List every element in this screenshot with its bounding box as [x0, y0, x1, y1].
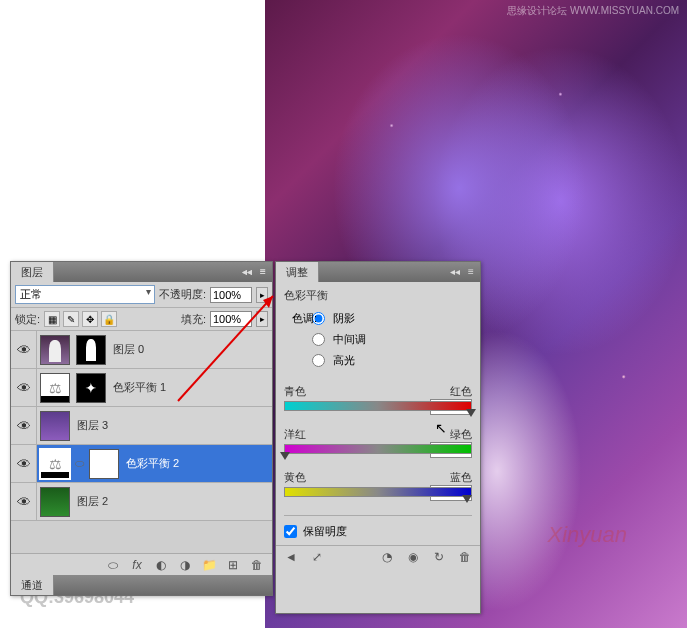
- color-balance-title: 色彩平衡: [284, 288, 472, 303]
- back-icon[interactable]: ◄: [282, 548, 300, 566]
- collapse-icon[interactable]: ◂◂: [240, 264, 254, 278]
- layer-row[interactable]: 👁 图层 0: [11, 331, 272, 369]
- adjustment-thumb[interactable]: [40, 449, 70, 479]
- mask-icon[interactable]: ◐: [152, 556, 170, 574]
- adjustment-layer-icon[interactable]: ◑: [176, 556, 194, 574]
- radio-midtones-input[interactable]: [312, 333, 325, 346]
- opacity-flyout-icon[interactable]: ▸: [256, 287, 268, 303]
- blend-opacity-row: 正常 不透明度: 100% ▸: [11, 282, 272, 308]
- layer-row[interactable]: 👁 图层 2: [11, 483, 272, 521]
- trash-icon[interactable]: 🗑: [456, 548, 474, 566]
- layer-name-label[interactable]: 色彩平衡 2: [122, 456, 179, 471]
- layer-name-label[interactable]: 图层 3: [73, 418, 108, 433]
- layer-row[interactable]: 👁 ✦ 色彩平衡 1: [11, 369, 272, 407]
- preserve-checkbox[interactable]: [284, 525, 297, 538]
- slider-magenta-green: 洋红 绿色 -100: [284, 427, 472, 458]
- adjust-tab[interactable]: 调整: [276, 262, 319, 282]
- slider-yellow-blue: 黄色 蓝色 +96: [284, 470, 472, 501]
- link-layers-icon[interactable]: ⬭: [104, 556, 122, 574]
- slider-thumb[interactable]: [280, 452, 290, 460]
- layer-row-selected[interactable]: 👁 ⬭ 色彩平衡 2: [11, 445, 272, 483]
- slider-right-label: 绿色: [450, 427, 472, 442]
- channels-panel-header[interactable]: 通道 ◂◂ ≡: [11, 575, 272, 595]
- watermark-top: 思缘设计论坛 WWW.MISSYUAN.COM: [507, 4, 679, 18]
- expand-icon[interactable]: ⤢: [308, 548, 326, 566]
- opacity-label: 不透明度:: [159, 287, 206, 302]
- slider-thumb[interactable]: [462, 495, 472, 503]
- slider-track[interactable]: [284, 487, 472, 497]
- menu-icon[interactable]: ≡: [464, 264, 478, 278]
- layer-name-label[interactable]: 图层 2: [73, 494, 108, 509]
- watermark-xinyuan: Xinyuan: [547, 522, 627, 548]
- layers-tab[interactable]: 图层: [11, 262, 54, 282]
- tone-radio-group: 阴影 中间调 高光: [312, 311, 472, 368]
- clip-icon[interactable]: ◔: [378, 548, 396, 566]
- lock-label: 锁定:: [15, 312, 40, 327]
- lock-transparent-icon[interactable]: ▦: [44, 311, 60, 327]
- slider-left-label: 青色: [284, 384, 306, 399]
- adjust-footer: ◄ ⤢ ◔ ◉ ↻ 🗑: [276, 545, 480, 567]
- layers-panel-header[interactable]: 图层 ◂◂ ≡: [11, 262, 272, 282]
- adjustment-thumb[interactable]: [40, 373, 70, 403]
- layers-footer: ⬭ fx ◐ ◑ 📁 ⊞ 🗑: [11, 553, 272, 575]
- eye-icon[interactable]: 👁: [17, 342, 31, 358]
- layer-mask-thumb[interactable]: [76, 335, 106, 365]
- fill-flyout-icon[interactable]: ▸: [256, 311, 268, 327]
- slider-right-label: 蓝色: [450, 470, 472, 485]
- slider-cyan-red: 青色 红色 +100: [284, 384, 472, 415]
- group-icon[interactable]: 📁: [200, 556, 218, 574]
- radio-highlights[interactable]: 高光: [312, 353, 472, 368]
- collapse-icon[interactable]: ◂◂: [448, 264, 462, 278]
- tone-label: 色调:: [292, 311, 317, 326]
- layer-row[interactable]: 👁 图层 3: [11, 407, 272, 445]
- menu-icon[interactable]: ≡: [256, 264, 270, 278]
- trash-icon[interactable]: 🗑: [248, 556, 266, 574]
- link-icon[interactable]: ⬭: [75, 457, 84, 470]
- channels-tab[interactable]: 通道: [11, 575, 54, 595]
- slider-left-label: 洋红: [284, 427, 306, 442]
- opacity-input[interactable]: 100%: [210, 287, 252, 303]
- fx-icon[interactable]: fx: [128, 556, 146, 574]
- layer-thumb[interactable]: [40, 411, 70, 441]
- layer-mask-thumb[interactable]: [89, 449, 119, 479]
- preserve-luminosity-row[interactable]: 保留明度: [284, 515, 472, 539]
- layers-list: 👁 图层 0 👁 ✦ 色彩平衡 1 👁 图层 3 👁 ⬭ 色彩平衡 2 👁 图层: [11, 331, 272, 553]
- eye-icon[interactable]: 👁: [17, 494, 31, 510]
- lock-paint-icon[interactable]: ✎: [63, 311, 79, 327]
- eye-icon[interactable]: 👁: [17, 418, 31, 434]
- lock-all-icon[interactable]: 🔒: [101, 311, 117, 327]
- radio-midtones[interactable]: 中间调: [312, 332, 472, 347]
- eye-icon[interactable]: 👁: [17, 456, 31, 472]
- adjust-panel-header[interactable]: 调整 ◂◂ ≡: [276, 262, 480, 282]
- radio-shadows[interactable]: 阴影: [312, 311, 472, 326]
- slider-right-label: 红色: [450, 384, 472, 399]
- new-layer-icon[interactable]: ⊞: [224, 556, 242, 574]
- blend-mode-dropdown[interactable]: 正常: [15, 285, 155, 304]
- fill-input[interactable]: 100%: [210, 311, 252, 327]
- layer-thumb[interactable]: [40, 487, 70, 517]
- fill-label: 填充:: [181, 312, 206, 327]
- adjustments-panel: 调整 ◂◂ ≡ 色彩平衡 色调: 阴影 中间调 高光 青色 红色 +100: [275, 261, 481, 614]
- view-icon[interactable]: ◉: [404, 548, 422, 566]
- eye-icon[interactable]: 👁: [17, 380, 31, 396]
- reset-icon[interactable]: ↻: [430, 548, 448, 566]
- slider-track[interactable]: [284, 401, 472, 411]
- layers-panel: 图层 ◂◂ ≡ 正常 不透明度: 100% ▸ 锁定: ▦ ✎ ✥ 🔒 填充: …: [10, 261, 273, 596]
- slider-track[interactable]: [284, 444, 472, 454]
- layer-mask-thumb[interactable]: ✦: [76, 373, 106, 403]
- radio-highlights-input[interactable]: [312, 354, 325, 367]
- preserve-label: 保留明度: [303, 524, 347, 539]
- lock-move-icon[interactable]: ✥: [82, 311, 98, 327]
- layer-name-label[interactable]: 色彩平衡 1: [109, 380, 166, 395]
- layer-thumb[interactable]: [40, 335, 70, 365]
- slider-left-label: 黄色: [284, 470, 306, 485]
- slider-thumb[interactable]: [466, 409, 476, 417]
- lock-fill-row: 锁定: ▦ ✎ ✥ 🔒 填充: 100% ▸: [11, 308, 272, 331]
- layer-name-label[interactable]: 图层 0: [109, 342, 144, 357]
